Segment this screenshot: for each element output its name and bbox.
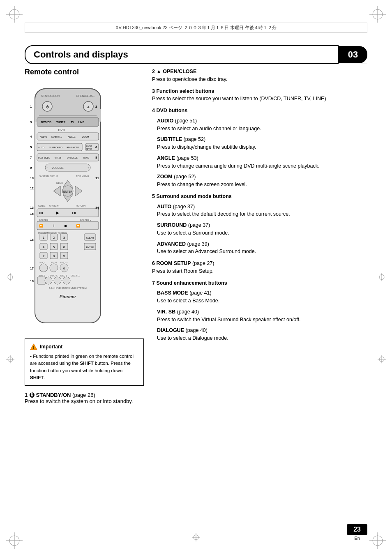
svg-text:RETURN: RETURN [76, 205, 85, 207]
reg-mark-tl [6, 6, 23, 23]
svg-text:Pioneer: Pioneer [60, 294, 76, 299]
item-heading: 5 Surround sound mode buttons [152, 193, 367, 200]
sub-item: DIALOGUE (page 40)Use to select a Dialog… [157, 327, 367, 342]
item-block: 5 Surround sound mode buttonsAUTO (page … [152, 193, 367, 256]
item-desc: Press to start Room Setup. [152, 267, 367, 275]
svg-text:SHIFT: SHIFT [39, 274, 45, 277]
reg-mark-br [369, 532, 386, 549]
sub-item-heading: SURROUND (page 37) [157, 221, 367, 229]
sub-item-title: SURROUND [157, 222, 187, 228]
chapter-title: Controls and displays [25, 45, 339, 64]
sub-item-title: AUDIO [157, 118, 173, 124]
sub-item-title: ZOOM [157, 174, 173, 180]
item-desc: Press to open/close the disc tray. [152, 76, 367, 83]
svg-text:SUBTITLE: SUBTITLE [51, 136, 62, 138]
sub-item-title: AUTO [157, 204, 171, 210]
sub-item-page: (page 37) [188, 222, 210, 228]
item-title: DVD buttons [156, 108, 187, 113]
remote-svg: STANDBY/ON OPEN/CLOSE ⏻ ▲ 1 2 DVD/CD TUN… [27, 87, 109, 329]
section-title: Remote control [25, 68, 144, 76]
sub-item-title: DIALOGUE [157, 327, 184, 333]
svg-text:⏭: ⏭ [72, 211, 76, 215]
svg-text:11: 11 [95, 176, 99, 180]
sub-item-page: (page 53) [176, 155, 198, 161]
sub-item-desc: Press to select an audio channel or lang… [157, 125, 367, 133]
sub-item-heading: VIR. SB (page 40) [157, 308, 367, 316]
svg-text:AUDIO: AUDIO [40, 136, 47, 138]
sub-item-heading: ADVANCED (page 39) [157, 240, 367, 248]
svg-text:MUTE: MUTE [83, 157, 90, 159]
item-heading: 3 Function select buttons [152, 88, 367, 95]
left-column: Remote control STANDBY/ON OPEN/CLOSE ⏻ ▲ [25, 68, 144, 522]
svg-text:FOLDER +: FOLDER + [80, 219, 91, 221]
sub-item-page: (page 37) [173, 204, 195, 210]
sub-item-title: SUBTITLE [157, 136, 182, 142]
page-number: 23 [347, 524, 367, 535]
svg-rect-129 [37, 277, 46, 284]
svg-text:⏸: ⏸ [52, 224, 55, 228]
item-number: 5 [152, 193, 155, 199]
svg-text:4: 4 [43, 245, 45, 249]
book-info-text: XV-HDT330_new.book 23 ページ ２００３年１月１６日 木曜日… [115, 25, 277, 31]
svg-text:⏮: ⏮ [39, 211, 43, 215]
sub-item-desc: Press to display/change the subtitle dis… [157, 143, 367, 151]
svg-text:9: 9 [63, 254, 65, 258]
svg-text:4: 4 [30, 135, 32, 138]
item-title: Surround sound mode buttons [156, 193, 231, 199]
page-lang: En [354, 536, 360, 541]
svg-text:15: 15 [30, 212, 34, 216]
sub-item-page: (page 41) [189, 290, 212, 296]
svg-text:8: 8 [53, 254, 55, 258]
right-items-container: 2 ▲ OPEN/CLOSEPress to open/close the di… [152, 68, 367, 346]
right-column: 2 ▲ OPEN/CLOSEPress to open/close the di… [152, 68, 367, 522]
main-content: Remote control STANDBY/ON OPEN/CLOSE ⏻ ▲ [25, 68, 367, 522]
svg-text:CLEAR: CLEAR [86, 237, 94, 239]
reg-mark-bl [6, 532, 23, 549]
svg-text:SURROUND: SURROUND [49, 146, 62, 149]
remote-control-image: STANDBY/ON OPEN/CLOSE ⏻ ▲ 1 2 DVD/CD TUN… [25, 87, 111, 329]
svg-text:DISC+1: DISC+1 [50, 261, 57, 264]
svg-text:−: − [46, 166, 48, 169]
svg-text:SETUP: SETUP [86, 148, 92, 150]
svg-text:10: 10 [30, 176, 34, 180]
bottom-separator [25, 526, 367, 526]
svg-text:ENTER: ENTER [63, 190, 72, 193]
item-block: 6 ROOM SETUP (page 27)Press to start Roo… [152, 260, 367, 275]
sub-item-page: (page 39) [187, 241, 209, 247]
book-info-bar: XV-HDT330_new.book 23 ページ ２００３年１月１６日 木曜日… [25, 23, 367, 33]
svg-text:FOLDER: FOLDER [39, 219, 48, 221]
sub-item-title: BASS MODE [157, 290, 188, 296]
item-block: 3 Function select buttonsPress to select… [152, 88, 367, 103]
item-title: ▲ OPEN/CLOSE [156, 69, 196, 74]
item-number: 4 [152, 108, 155, 113]
item-heading: 7 Sound enhancement buttons [152, 279, 367, 287]
sub-item: VIR. SB (page 40)Press to switch the Vir… [157, 308, 367, 324]
crosshair-right2 [378, 355, 386, 364]
svg-text:OPEN/CLOSE: OPEN/CLOSE [76, 94, 95, 97]
chapter-title-container: Controls and displays 03 [25, 45, 367, 64]
svg-text:5: 5 [53, 245, 55, 249]
item-heading: 4 DVD buttons [152, 107, 367, 115]
sub-item-heading: BASS MODE (page 41) [157, 289, 367, 297]
svg-text:STANDBY/ON: STANDBY/ON [41, 94, 60, 97]
standby-heading: 1 ⏻ STANDBY/ON (page 26) [25, 392, 144, 398]
svg-text:DISC SEL: DISC SEL [71, 274, 80, 277]
warning-icon: ! [30, 343, 37, 350]
svg-text:2: 2 [53, 236, 55, 240]
svg-text:LINE: LINE [78, 121, 84, 124]
item-block: 7 Sound enhancement buttonsBASS MODE (pa… [152, 279, 367, 342]
svg-rect-81 [37, 209, 99, 217]
svg-text:DVD: DVD [58, 128, 65, 132]
sub-item: BASS MODE (page 41)Use to select a Bass … [157, 289, 367, 305]
reg-mark-mr [378, 273, 386, 282]
item-title: Function select buttons [156, 88, 214, 94]
svg-text:17: 17 [30, 267, 34, 270]
sub-item-desc: Use to select an Advanced Surround mode. [157, 248, 367, 256]
svg-text:SYSTEM SETUP: SYSTEM SETUP [39, 175, 58, 177]
svg-text:7: 7 [43, 254, 45, 258]
sub-item-page: (page 51) [175, 118, 197, 124]
item-block: 4 DVD buttonsAUDIO (page 51)Press to sel… [152, 107, 367, 189]
sub-item-desc: Use to select a Dialogue mode. [157, 334, 367, 342]
svg-text:1: 1 [43, 236, 45, 240]
svg-text:⏻: ⏻ [46, 105, 49, 109]
